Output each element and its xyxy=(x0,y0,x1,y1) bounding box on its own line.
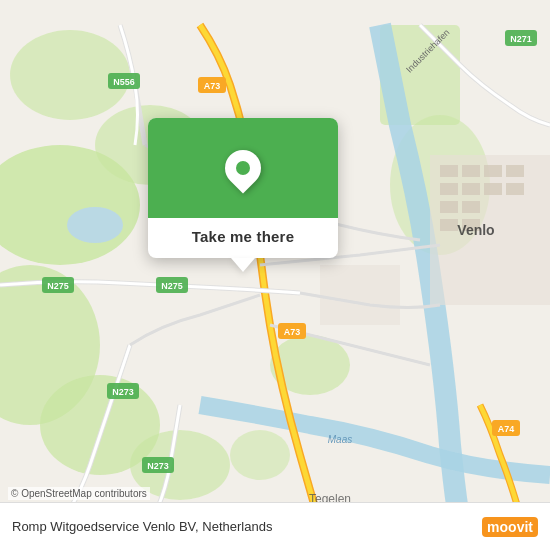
map-background: A73 A73 A73 A74 N271 N556 N275 N275 N273 xyxy=(0,0,550,550)
svg-rect-19 xyxy=(440,201,458,213)
map-attribution: © OpenStreetMap contributors xyxy=(8,487,150,500)
moovit-logo: moovit xyxy=(482,517,538,537)
svg-point-11 xyxy=(67,207,123,243)
svg-rect-25 xyxy=(320,265,400,325)
svg-rect-23 xyxy=(506,165,524,177)
svg-rect-14 xyxy=(462,165,480,177)
svg-rect-20 xyxy=(462,201,480,213)
location-pin xyxy=(218,143,269,194)
svg-text:A74: A74 xyxy=(498,424,515,434)
pin-dot xyxy=(236,161,250,175)
svg-text:Venlo: Venlo xyxy=(457,222,494,238)
svg-text:N556: N556 xyxy=(113,77,135,87)
svg-text:A73: A73 xyxy=(284,327,301,337)
info-bar: Romp Witgoedservice Venlo BV, Netherland… xyxy=(0,502,550,550)
take-me-there-button[interactable]: Take me there xyxy=(192,228,294,245)
svg-rect-21 xyxy=(440,219,458,231)
svg-text:Maas: Maas xyxy=(328,434,352,445)
svg-text:N275: N275 xyxy=(47,281,69,291)
svg-rect-17 xyxy=(462,183,480,195)
svg-rect-18 xyxy=(484,183,502,195)
svg-rect-16 xyxy=(440,183,458,195)
svg-rect-24 xyxy=(506,183,524,195)
svg-text:N273: N273 xyxy=(112,387,134,397)
popup-map-preview xyxy=(148,118,338,218)
business-name-label: Romp Witgoedservice Venlo BV, Netherland… xyxy=(12,519,272,534)
svg-point-8 xyxy=(230,430,290,480)
location-popup: Take me there xyxy=(148,118,338,258)
popup-action-section: Take me there xyxy=(148,218,338,258)
svg-text:N273: N273 xyxy=(147,461,169,471)
svg-rect-15 xyxy=(484,165,502,177)
moovit-logo-text: moovit xyxy=(482,517,538,537)
svg-rect-13 xyxy=(440,165,458,177)
svg-text:N275: N275 xyxy=(161,281,183,291)
svg-text:N271: N271 xyxy=(510,34,532,44)
map-container: A73 A73 A73 A74 N271 N556 N275 N275 N273 xyxy=(0,0,550,550)
svg-text:A73: A73 xyxy=(204,81,221,91)
